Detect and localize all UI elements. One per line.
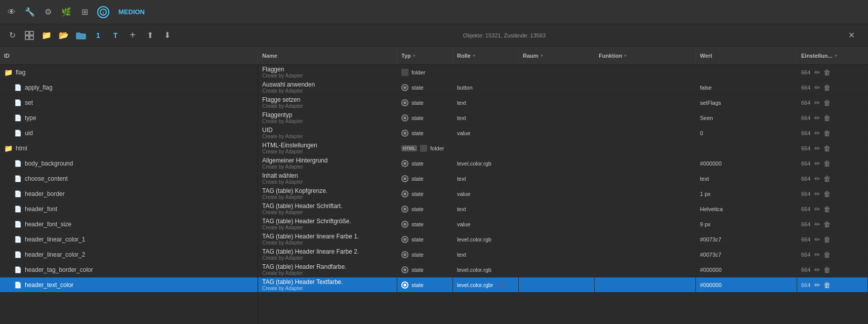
table-row[interactable]: Auswahl anwenden Create by Adapter state… xyxy=(258,80,868,95)
table-row[interactable]: Allgemeiner Hintergrund Create by Adapte… xyxy=(258,156,868,171)
delete-icon[interactable]: 🗑 xyxy=(823,144,831,152)
delete-icon[interactable]: 🗑 xyxy=(823,251,831,259)
edit-icon[interactable]: ✏ xyxy=(814,235,820,244)
delete-icon[interactable]: 🗑 xyxy=(823,205,831,213)
col-header-einstellungen[interactable]: Einstellun... ▾ xyxy=(797,47,868,64)
edit-icon[interactable]: ✏ xyxy=(814,175,820,183)
tree-item-header-font[interactable]: 📄 header_font xyxy=(0,201,258,217)
delete-icon[interactable]: 🗑 xyxy=(823,114,831,122)
delete-icon[interactable]: 🗑 xyxy=(823,190,831,198)
cell-raum xyxy=(519,232,595,247)
state-icon xyxy=(401,160,408,167)
delete-icon[interactable]: 🗑 xyxy=(823,175,831,183)
edit-icon[interactable]: ✏ xyxy=(814,281,820,289)
cell-typ: state xyxy=(397,186,453,201)
table-row[interactable]: TAG (table) Header lineare Farbe 1. Crea… xyxy=(258,232,868,247)
col-header-raum[interactable]: Raum ▾ xyxy=(519,47,595,64)
delete-icon[interactable]: 🗑 xyxy=(823,220,831,228)
edit-icon[interactable]: ✏ xyxy=(814,68,820,76)
cell-typ: state xyxy=(397,156,453,171)
tree-item-header-text-color[interactable]: 📄 header_text_color xyxy=(0,277,258,293)
circle-i-icon[interactable]: i xyxy=(97,6,109,18)
table-row[interactable]: HTML-Einstellungen Create by Adapter HTM… xyxy=(258,141,868,156)
wrench-icon[interactable]: 🔧 xyxy=(24,7,35,18)
table-row[interactable]: Flaggen Create by Adapter folder 664 ✏ 🗑 xyxy=(258,65,868,80)
number1-icon[interactable]: 1 xyxy=(92,29,104,42)
delete-icon[interactable]: 🗑 xyxy=(823,266,831,274)
cell-rolle: text xyxy=(453,171,519,186)
tree-item-flag[interactable]: 📁 flag xyxy=(0,65,258,80)
tree-item-header-tag-border-color[interactable]: 📄 header_tag_border_color xyxy=(0,262,258,277)
columns-icon[interactable]: ⊞ xyxy=(79,7,90,18)
eye-icon[interactable]: 👁 xyxy=(6,7,17,18)
tree-item-header-font-size[interactable]: 📄 header_font_size xyxy=(0,217,258,232)
edit-icon[interactable]: ✏ xyxy=(814,251,820,259)
folder-blue-icon[interactable] xyxy=(75,29,87,42)
table-row[interactable]: TAG (table) Kopfgrenze. Create by Adapte… xyxy=(258,186,868,201)
col-header-rolle[interactable]: Rolle ▾ xyxy=(453,47,519,64)
col-header-funktion[interactable]: Funktion ▾ xyxy=(595,47,696,64)
delete-icon[interactable]: 🗑 xyxy=(823,68,831,76)
delete-icon[interactable]: 🗑 xyxy=(823,84,831,92)
edit-icon[interactable]: ✏ xyxy=(814,84,820,92)
tree-label-header-border: header_border xyxy=(25,190,65,197)
edit-icon[interactable]: ✏ xyxy=(814,190,820,198)
state-icon xyxy=(401,84,408,91)
edit-icon[interactable]: ✏ xyxy=(814,99,820,107)
edit-icon[interactable]: ✏ xyxy=(814,205,820,213)
table-row[interactable]: UID Create by Adapter state value 0 664 … xyxy=(258,126,868,141)
tree-item-header-border[interactable]: 📄 header_border xyxy=(0,186,258,201)
delete-icon[interactable]: 🗑 xyxy=(823,159,831,168)
tree-item-body-background[interactable]: 📄 body_background xyxy=(0,156,258,171)
col-header-name[interactable]: Name xyxy=(258,47,397,64)
table-row[interactable]: TAG (table) Header Schriftart. Create by… xyxy=(258,201,868,217)
table-row[interactable]: Inhalt wählen Create by Adapter state te… xyxy=(258,171,868,186)
cell-actions: 664 ✏ 🗑 xyxy=(797,171,868,186)
tree-item-apply-flag[interactable]: 📄 apply_flag xyxy=(0,80,258,95)
edit-icon[interactable]: ✏ xyxy=(814,129,820,137)
table-row[interactable]: TAG (table) Header Schriftgröße. Create … xyxy=(258,217,868,232)
tree-item-html[interactable]: 📁 html xyxy=(0,141,258,156)
col-header-typ[interactable]: Typ ▾ xyxy=(397,47,453,64)
download-icon[interactable]: ⬇ xyxy=(161,29,173,42)
tree-item-header-linear-color-2[interactable]: 📄 header_linear_color_2 xyxy=(0,247,258,262)
edit-icon[interactable]: ✏ xyxy=(814,266,820,274)
table-row[interactable]: TAG (table) Header lineare Farbe 2. Crea… xyxy=(258,247,868,262)
tree-item-choose-content[interactable]: 📄 choose_content xyxy=(0,171,258,186)
plus-icon[interactable]: + xyxy=(127,29,139,42)
cell-rolle: text xyxy=(453,247,519,262)
tree-item-header-linear-color-1[interactable]: 📄 header_linear_color_1 xyxy=(0,232,258,247)
search-close-icon[interactable]: ✕ xyxy=(846,29,858,42)
tree-item-uid[interactable]: 📄 uid xyxy=(0,126,258,141)
state-icon xyxy=(401,114,408,122)
cell-rolle: value xyxy=(453,186,519,201)
gear-icon[interactable]: ⚙ xyxy=(43,7,54,18)
delete-icon[interactable]: 🗑 xyxy=(823,281,831,289)
folder-icon[interactable]: 📁 xyxy=(40,29,53,42)
table-row[interactable]: Flagge setzen Create by Adapter state te… xyxy=(258,95,868,110)
refresh-icon[interactable]: ↻ xyxy=(6,29,18,42)
grid-icon[interactable] xyxy=(23,29,35,42)
delete-icon[interactable]: 🗑 xyxy=(823,99,831,107)
cell-funktion xyxy=(595,126,696,140)
cell-funktion xyxy=(595,232,696,247)
delete-icon[interactable]: 🗑 xyxy=(823,129,831,137)
text-icon[interactable]: T xyxy=(109,29,121,42)
leaf-icon[interactable]: 🌿 xyxy=(61,7,72,18)
tree-item-type[interactable]: 📄 type xyxy=(0,110,258,126)
table-row[interactable]: TAG (table) Header Randfarbe. Create by … xyxy=(258,262,868,277)
folder-open-icon[interactable]: 📂 xyxy=(58,29,70,42)
col-header-id[interactable]: ID xyxy=(0,47,258,64)
tree-item-set[interactable]: 📄 set xyxy=(0,95,258,110)
edit-icon[interactable]: ✏ xyxy=(814,159,820,168)
edit-icon[interactable]: ✏ xyxy=(814,114,820,122)
table-row[interactable]: Flaggentyp Create by Adapter state text … xyxy=(258,110,868,126)
edit-icon[interactable]: ✏ xyxy=(814,144,820,152)
app-title: MEDION xyxy=(118,8,145,16)
upload-icon[interactable]: ⬆ xyxy=(144,29,156,42)
table-row-selected[interactable]: TAG (table) Header Textfarbe. Create by … xyxy=(258,277,868,293)
file-icon-body-background: 📄 xyxy=(14,160,22,167)
delete-icon[interactable]: 🗑 xyxy=(823,235,831,244)
col-header-wert[interactable]: Wert xyxy=(696,47,797,64)
edit-icon[interactable]: ✏ xyxy=(814,220,820,228)
